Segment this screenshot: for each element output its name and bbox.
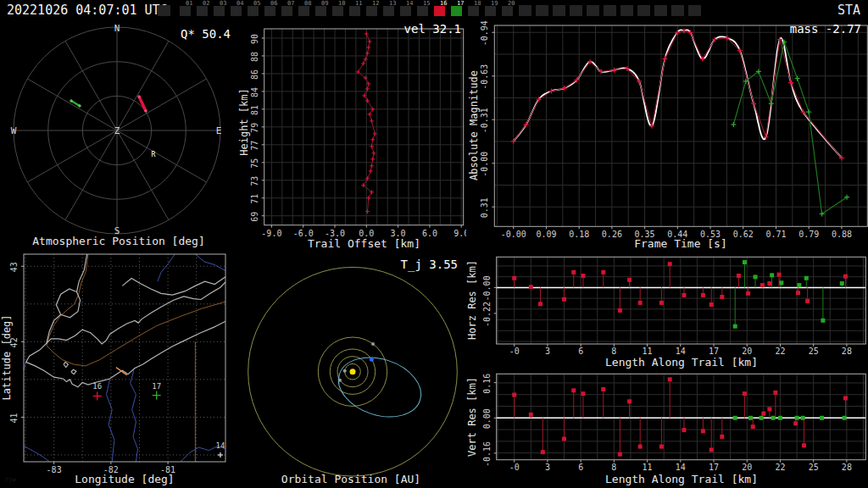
station-box-swatch <box>281 6 292 16</box>
tick-label: 0.16 <box>482 374 492 394</box>
vert-res-x-axis-label: Length Along Trail [km] <box>497 473 866 485</box>
station-box[interactable] <box>536 0 553 19</box>
station-box-05[interactable]: 05 <box>248 0 264 19</box>
ground-map-plot: 161714-83-82-81434241 <box>0 251 237 488</box>
stem-marker <box>795 416 799 420</box>
station-box-swatch <box>519 5 531 16</box>
river-layer-path <box>158 254 175 281</box>
station-box-swatch <box>587 5 599 16</box>
station-box-swatch <box>604 5 616 16</box>
q-value-annotation: Q* 50.4 <box>181 27 231 41</box>
compass-north-label: N <box>114 23 120 34</box>
station-box-swatch <box>620 5 633 16</box>
stem-marker <box>778 416 782 420</box>
vertical-residuals-plot: -0368111417202225280.160.00-0.16 <box>465 369 868 488</box>
station-box-swatch <box>637 5 650 16</box>
station-box-number: 15 <box>423 0 430 7</box>
orbital-position-panel: T_j 3.55 Orbital Position [AU] <box>237 251 465 488</box>
station-box-swatch <box>180 6 191 16</box>
tick-label: -0.00 <box>480 152 489 177</box>
station-box-06[interactable]: 06 <box>264 0 281 19</box>
station-box-swatch <box>536 5 548 16</box>
station-box-02[interactable]: 02 <box>197 0 214 19</box>
station-box-12[interactable]: 12 <box>366 0 383 19</box>
station-box-15[interactable]: 15 <box>417 0 434 19</box>
tick-label: -0.94 <box>480 20 489 46</box>
tick-label: -0.00 <box>482 275 492 301</box>
orbit-panel-title: Orbital Position [AU] <box>237 473 465 485</box>
tick-label: 11 <box>643 463 653 472</box>
station-box-10[interactable]: 10 <box>332 0 349 19</box>
station-box-07[interactable]: 07 <box>281 0 298 19</box>
stem-marker <box>820 416 824 420</box>
atmospheric-position-panel: Q* 50.4 N S W E Z R Atmospheric Position… <box>0 19 237 251</box>
station-box-09[interactable]: 09 <box>315 0 332 19</box>
tick-label: 17 <box>709 347 719 356</box>
tick-label: -0 <box>509 347 520 356</box>
stem-marker <box>627 399 632 403</box>
planet-dot <box>338 379 342 382</box>
station-box-number: 12 <box>372 0 379 7</box>
stem-marker <box>773 391 777 395</box>
station-box-03[interactable]: 03 <box>214 0 231 19</box>
tick-label: 69 <box>250 212 259 222</box>
station-box[interactable] <box>158 0 175 19</box>
station-box-19[interactable]: 19 <box>485 0 502 19</box>
tick-label: 0.31 <box>480 197 489 218</box>
station-box-swatch <box>434 6 445 16</box>
station-box[interactable] <box>671 0 688 19</box>
coastline-layer-path <box>64 362 68 367</box>
stem-marker <box>638 301 643 305</box>
magnitude-grid <box>494 25 867 226</box>
stem-marker <box>843 416 847 420</box>
earth-dot <box>370 358 374 362</box>
magnitude-y-axis-label: Absolute Magnitude <box>468 70 480 180</box>
station-box-04[interactable]: 04 <box>231 0 248 19</box>
stem-marker <box>659 445 664 449</box>
stem-marker <box>767 281 771 286</box>
stem-marker <box>770 273 774 277</box>
station-box[interactable] <box>587 0 604 19</box>
stem-marker <box>793 421 798 425</box>
station-box-14[interactable]: 14 <box>400 0 417 19</box>
station-box[interactable] <box>519 0 536 19</box>
station-box-17[interactable]: 17 <box>451 0 468 19</box>
station-box-11[interactable]: 11 <box>349 0 366 19</box>
polar-spoke <box>117 79 207 130</box>
station-box-number: 01 <box>186 0 192 7</box>
tick-label: 20 <box>742 347 752 356</box>
horizontal-residuals-panel: -036811141720222528-0.00-0.22 Horz Res [… <box>465 251 868 369</box>
station-label: 17 <box>152 382 161 391</box>
meteor-track-red <box>139 97 146 111</box>
tick-label: 71 <box>250 194 259 204</box>
zenith-label: Z <box>114 125 120 136</box>
station-label: 14 <box>216 441 225 450</box>
station-box[interactable] <box>654 0 671 19</box>
station-box-16[interactable]: 16 <box>434 0 451 19</box>
station-box-08[interactable]: 08 <box>298 0 315 19</box>
stem-marker <box>720 295 724 299</box>
atmospheric-panel-title: Atmospheric Position [deg] <box>0 235 237 247</box>
tick-label: 86 <box>250 69 259 80</box>
station-box[interactable] <box>553 0 570 19</box>
station-box[interactable] <box>637 0 654 19</box>
station-box-swatch <box>485 6 496 16</box>
station-box-20[interactable]: 20 <box>502 0 519 19</box>
station-box[interactable] <box>570 0 587 19</box>
station-box[interactable] <box>688 0 705 19</box>
station-box-swatch <box>383 6 394 16</box>
coastline-layer-path <box>56 289 80 318</box>
station-box-01[interactable]: 01 <box>180 0 197 19</box>
station-box[interactable] <box>604 0 620 19</box>
station-box-number: 18 <box>474 0 481 7</box>
station-box-swatch <box>264 6 275 16</box>
station-box-13[interactable]: 13 <box>383 0 400 19</box>
station-box-18[interactable]: 18 <box>468 0 485 19</box>
stem-marker <box>743 391 747 396</box>
sun-dot <box>350 369 356 374</box>
station-box[interactable] <box>620 0 637 19</box>
stem-marker <box>754 274 758 279</box>
stem-marker <box>668 377 672 381</box>
horizontal-residuals-plot: -036811141720222528-0.00-0.22 <box>465 251 868 369</box>
stem-marker <box>760 283 765 287</box>
